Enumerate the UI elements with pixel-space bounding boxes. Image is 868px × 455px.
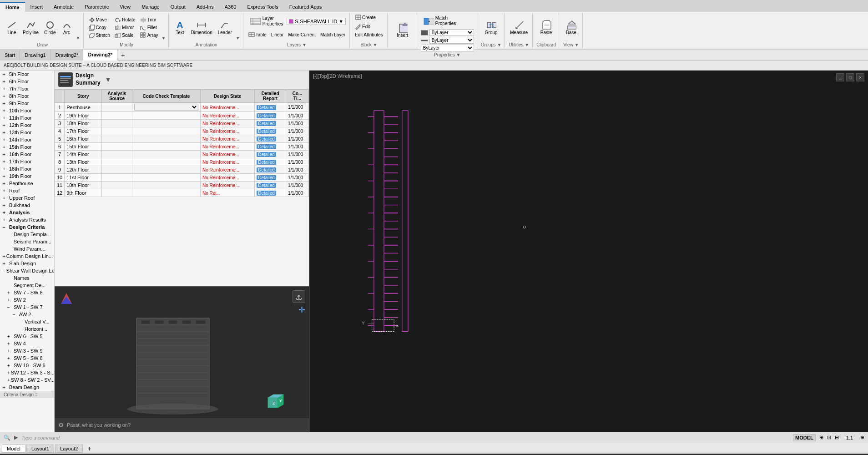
arc-button[interactable]: Arc — [60, 19, 74, 36]
tree-sw2[interactable]: +SW 2 — [0, 296, 54, 303]
table-row[interactable]: 1PenthouseNo Reinforceme...Detailed1/1/0… — [55, 103, 309, 112]
tree-13th-floor[interactable]: +13th Floor — [0, 129, 54, 136]
tree-9th-floor[interactable]: +9th Floor — [0, 100, 54, 107]
right-cad-panel[interactable]: [-][Top][2D Wireframe] _ □ × — [309, 71, 868, 432]
tree-sw7sw8[interactable]: +SW 7 - SW 8 — [0, 289, 54, 296]
tree-roof[interactable]: +Roof — [0, 187, 54, 194]
view-dropdown[interactable]: ▼ — [575, 42, 579, 47]
tree-17th-floor[interactable]: +17th Floor — [0, 158, 54, 165]
draw-dropdown[interactable]: ▼ — [76, 35, 81, 41]
tree-analysis[interactable]: +Analysis — [0, 209, 54, 216]
bottom-tab-model[interactable]: Model — [2, 445, 25, 453]
tree-vertical[interactable]: Vertical V... — [0, 318, 54, 325]
tree-sw3sw9[interactable]: +SW 3 - SW 9 — [0, 347, 54, 354]
summary-dropdown-arrow[interactable]: ▼ — [105, 76, 111, 83]
tree-sw6sw5[interactable]: +SW 6 - SW 5 — [0, 333, 54, 340]
tree-horizontal[interactable]: Horizont... — [0, 325, 54, 333]
tree-8th-floor[interactable]: +8th Floor — [0, 92, 54, 100]
tree-5th-floor[interactable]: +5th Floor — [0, 71, 54, 78]
table-row[interactable]: 912th FloorNo Reinforceme...Detailed1/1/… — [55, 166, 309, 174]
tab-view[interactable]: View — [114, 2, 136, 12]
tree-segment[interactable]: Segment De... — [0, 282, 54, 289]
tree-upper-roof[interactable]: +Upper Roof — [0, 194, 54, 202]
table-row[interactable]: 714th FloorNo Reinforceme...Detailed1/1/… — [55, 151, 309, 158]
bottom-tab-layout2[interactable]: Layout2 — [55, 445, 83, 453]
table-row[interactable]: 129th FloorNo Rei...Detailed1/1/000 — [55, 189, 309, 197]
group-button[interactable]: Group — [483, 19, 500, 36]
scale-button[interactable]: Scale — [113, 32, 136, 39]
tree-beam-design[interactable]: +Beam Design — [0, 384, 54, 391]
tree-16th-floor[interactable]: +16th Floor — [0, 151, 54, 158]
tab-output[interactable]: Output — [165, 2, 191, 12]
tree-slab-design[interactable]: +Slab Design — [0, 260, 54, 267]
tree-penthouse[interactable]: +Penthouse — [0, 180, 54, 187]
utilities-dropdown[interactable]: ▼ — [525, 42, 529, 47]
tree-sw8sw2[interactable]: +SW 8 - SW 2 - SV... — [0, 376, 54, 384]
upload-button[interactable] — [293, 290, 305, 303]
modify-dropdown[interactable]: ▼ — [161, 35, 166, 41]
doc-tab-drawing3[interactable]: Drawing3* — [83, 50, 117, 61]
layer-dropdown-arrow[interactable]: ▼ — [338, 19, 343, 24]
table-row[interactable]: 813th FloorNo Reinforceme...Detailed1/1/… — [55, 158, 309, 166]
layer-selector[interactable]: S-SHEARWALL-ID ▼ — [287, 18, 346, 25]
table-row[interactable]: 417th FloorNo Reinforceme...Detailed1/1/… — [55, 127, 309, 135]
tree-names[interactable]: Names — [0, 274, 54, 282]
array-button[interactable]: Array — [139, 32, 160, 39]
tree-aw2[interactable]: −AW 2 — [0, 311, 54, 318]
block-dropdown[interactable]: ▼ — [373, 42, 378, 47]
tree-sw5sw8[interactable]: +SW 5 - SW 8 — [0, 354, 54, 362]
data-table-container[interactable]: Story AnalysisSource Code Check Template… — [55, 89, 309, 286]
doc-tab-drawing1[interactable]: Drawing1 — [20, 50, 50, 61]
tab-insert[interactable]: Insert — [25, 2, 49, 12]
base-button[interactable]: Base — [564, 19, 579, 36]
tree-wind[interactable]: Wind Param... — [0, 245, 54, 253]
expand-button[interactable]: ✛ — [298, 305, 305, 315]
make-current-button[interactable]: Make Current — [287, 32, 317, 38]
create-block-button[interactable]: Create — [353, 14, 377, 21]
dimension-button[interactable]: Dimension — [189, 19, 214, 36]
fillet-button[interactable]: Fillet — [139, 24, 160, 31]
template-select[interactable] — [134, 104, 198, 111]
annotation-dropdown[interactable]: ▼ — [236, 35, 240, 41]
tab-parametric[interactable]: Parametric — [79, 2, 114, 12]
tree-sw1sw7[interactable]: −SW 1 - SW 7 — [0, 303, 54, 311]
doc-tab-start[interactable]: Start — [0, 50, 20, 61]
bylayer-select3[interactable]: ByLayer — [421, 45, 474, 51]
circle-button[interactable]: Circle — [42, 19, 58, 36]
tab-annotate[interactable]: Annotate — [48, 2, 79, 12]
trim-button[interactable]: Trim — [139, 16, 160, 24]
insert-button[interactable]: Insert — [391, 22, 414, 39]
mirror-button[interactable]: Mirror — [113, 24, 136, 31]
table-row[interactable]: 1110th FloorNo Reinforceme...Detailed1/1… — [55, 182, 309, 189]
line-button[interactable]: Line — [5, 19, 19, 36]
tree-analysis-results[interactable]: +Analysis Results — [0, 216, 54, 223]
copy-button[interactable]: Copy — [87, 24, 112, 31]
tree-7th-floor[interactable]: +7th Floor — [0, 85, 54, 92]
layer-properties-button[interactable]: LayerProperties — [247, 14, 285, 29]
tab-featuredapps[interactable]: Featured Apps — [284, 2, 328, 12]
properties-dropdown[interactable]: ▼ — [456, 52, 461, 57]
stretch-button[interactable]: Stretch — [87, 32, 112, 39]
leader-button[interactable]: Leader — [216, 19, 234, 36]
linear-button[interactable]: Linear — [270, 32, 285, 38]
tree-design-template[interactable]: Design Templa... — [0, 231, 54, 238]
edit-block-button[interactable]: Edit — [353, 23, 371, 30]
text-button[interactable]: A Text — [172, 19, 187, 36]
groups-dropdown[interactable]: ▼ — [497, 42, 501, 47]
tree-sw10sw6[interactable]: +SW 10 - SW 6 — [0, 362, 54, 369]
bylayer-select1[interactable]: ByLayer — [429, 29, 474, 36]
tree-seismic[interactable]: Seismic Param... — [0, 238, 54, 245]
table-row[interactable]: 516th FloorNo Reinforceme...Detailed1/1/… — [55, 135, 309, 143]
tab-expresstools[interactable]: Express Tools — [242, 2, 283, 12]
tree-bulkhead[interactable]: +Bulkhead — [0, 202, 54, 209]
match-layer-button[interactable]: Match Layer — [319, 32, 347, 38]
match-properties-button[interactable]: MatchProperties — [421, 14, 458, 28]
tree-shear-wall[interactable]: −Shear Wall Design Li... — [0, 267, 54, 274]
paste-button[interactable]: Paste — [539, 19, 554, 36]
tree-sw4[interactable]: +SW 4 — [0, 340, 54, 347]
edit-attributes-button[interactable]: Edit Attributes — [353, 32, 384, 38]
tree-15th-floor[interactable]: +15th Floor — [0, 143, 54, 151]
tree-10th-floor[interactable]: +10th Floor — [0, 107, 54, 114]
tree-sw12[interactable]: +SW 12 - SW 3 - S... — [0, 369, 54, 376]
measure-button[interactable]: Measure — [508, 19, 530, 36]
